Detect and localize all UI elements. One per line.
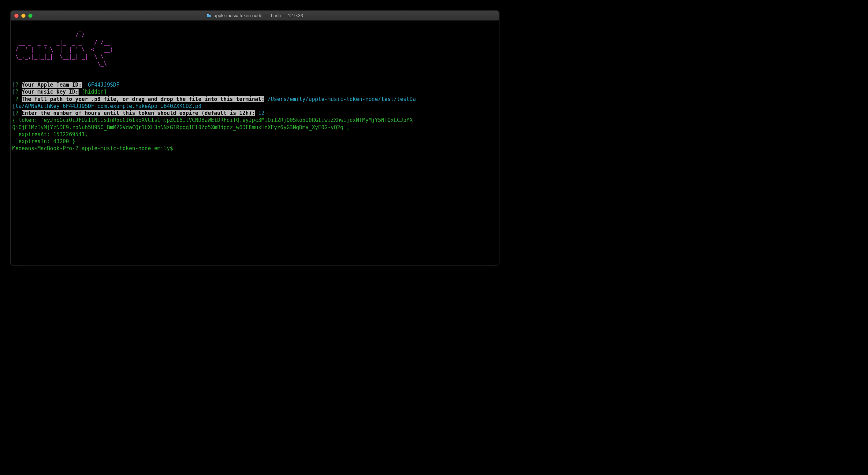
close-button[interactable] <box>14 14 19 18</box>
prompt-music-key: [? Your music key ID: [hidden] <box>12 88 498 95</box>
ascii-art-line: / / <box>12 32 498 39</box>
music-key-value: [hidden] <box>82 89 107 95</box>
output-token-line: { token: 'eyJhbGciOiJFUzI1NiIsInR5cCI6Ik… <box>12 117 498 124</box>
ascii-art-line: / ' | ' ' \ | | ' \ < __) <box>12 46 498 53</box>
question-mark-icon: ? <box>15 89 19 95</box>
prompt-hours: [? Enter the number of hours until this … <box>12 110 498 117</box>
prompt-team-id: [? Your Apple Team ID: 6F44JJ9SDF <box>12 81 498 88</box>
terminal-window: apple-music-token-node — -bash — 127×33 … <box>10 10 499 265</box>
p8-path-label: The full path to your .p8 file, or drag … <box>22 96 264 102</box>
ascii-art-line: \_\ <box>12 60 498 67</box>
output-expires-in: expiresIn: 43200 } <box>12 138 498 145</box>
hours-label: Enter the number of hours until this tok… <box>22 110 255 116</box>
shell-prompt[interactable]: Medeans-MacBook-Pro-2:apple-music-token-… <box>12 145 498 152</box>
output-expires-at: expiresAt: 1532269541, <box>12 131 498 138</box>
window-title: apple-music-token-node — -bash — 127×33 <box>14 13 495 18</box>
bracket-open: [ <box>12 110 15 116</box>
terminal-body[interactable]: _ / / __ _ _ _ _|_ _ _ / /__ / ' | ' ' \… <box>11 21 499 265</box>
ascii-art-line: _ <box>12 25 498 32</box>
hours-value: 12 <box>258 110 264 116</box>
bracket-open: [ <box>12 82 15 88</box>
question-mark-icon: ? <box>15 82 19 88</box>
question-mark-icon: ? <box>15 110 19 116</box>
zoom-button[interactable] <box>28 14 32 18</box>
output-token-line: QiOjE1MzIyMjYzNDF9.zbNuh5U9NO_BmMZGVdaCQ… <box>12 124 498 131</box>
blank-line <box>12 67 498 74</box>
music-key-label: Your music key ID: <box>22 89 79 95</box>
p8-path-value-cont: ta/APNsAuthKey_6F44JJ9SDF_com.example.Fa… <box>15 103 201 109</box>
ascii-art-line: \_,_,|_|_|_| \__|_||_| \ \ <box>12 53 498 60</box>
ascii-art-line: __ _ _ _ _|_ _ _ / /__ <box>12 39 498 46</box>
window-titlebar[interactable]: apple-music-token-node — -bash — 127×33 <box>11 11 499 21</box>
team-id-value: 6F44JJ9SDF <box>85 82 119 88</box>
prompt-p8-path: ? The full path to your .p8 file, or dra… <box>12 96 498 103</box>
team-id-label: Your Apple Team ID: <box>22 82 82 88</box>
question-mark-icon: ? <box>15 96 19 102</box>
window-title-text: apple-music-token-node — -bash — 127×33 <box>214 13 303 18</box>
prompt-p8-path-wrap: [ta/APNsAuthKey_6F44JJ9SDF_com.example.F… <box>12 103 498 110</box>
window-controls <box>14 14 32 18</box>
p8-path-value: /Users/emily/apple-music-token-node/test… <box>268 96 416 102</box>
bracket-open: [ <box>12 89 15 95</box>
blank-line <box>12 74 498 81</box>
bracket-open: [ <box>12 103 15 109</box>
minimize-button[interactable] <box>21 14 25 18</box>
folder-icon <box>207 14 212 17</box>
